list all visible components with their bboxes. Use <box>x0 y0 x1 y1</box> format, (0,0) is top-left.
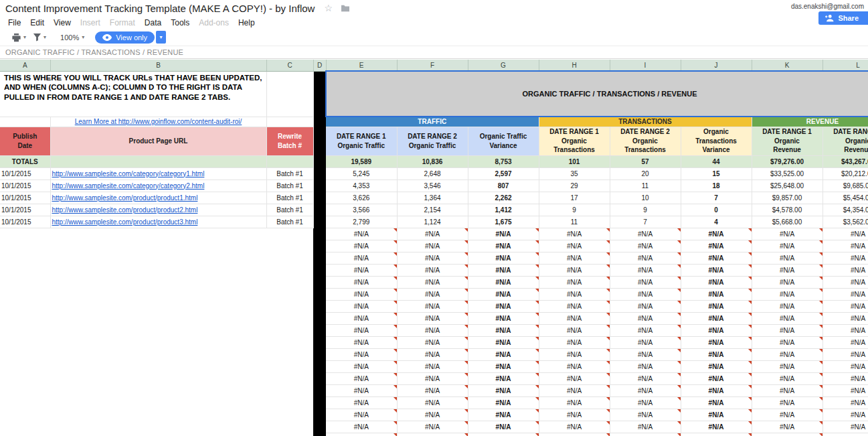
column-header-k[interactable]: K <box>752 60 822 71</box>
na-error-cell[interactable]: #N/A <box>326 421 397 433</box>
column-header-j[interactable]: J <box>681 60 752 71</box>
empty-cell[interactable] <box>50 433 266 436</box>
black-divider-column[interactable] <box>313 204 326 216</box>
na-error-cell[interactable]: #N/A <box>539 421 610 433</box>
black-divider-column[interactable] <box>313 360 326 372</box>
black-divider-column[interactable] <box>313 433 326 436</box>
na-error-cell[interactable]: #N/A <box>752 384 822 396</box>
na-error-cell[interactable]: #N/A <box>681 312 752 324</box>
empty-cell[interactable] <box>266 433 313 436</box>
empty-cell[interactable] <box>50 252 266 264</box>
metric-value-cell[interactable]: 7 <box>610 216 681 228</box>
section-banner-cell[interactable]: ORGANIC TRAFFIC / TRANSACTIONS / REVENUE <box>326 71 868 117</box>
column-header-a[interactable]: A <box>0 60 50 71</box>
learn-more-cell[interactable]: Learn More at http://www.goinflow.com/co… <box>50 117 266 127</box>
na-error-cell[interactable]: #N/A <box>397 433 468 436</box>
menu-view[interactable]: View <box>49 17 76 28</box>
empty-cell[interactable] <box>266 324 313 336</box>
column-header-g[interactable]: G <box>468 60 539 71</box>
intro-note-cell[interactable]: THIS IS WHERE YOU WILL TRACK URLs THAT H… <box>0 71 266 117</box>
column-header-l[interactable]: L <box>822 60 868 71</box>
na-error-cell[interactable]: #N/A <box>539 396 610 409</box>
dr1-transactions-header[interactable]: DATE RANGE 1 Organic Transactions <box>539 127 610 155</box>
na-error-cell[interactable]: #N/A <box>822 252 868 264</box>
metric-value-cell[interactable]: $3,562.00 <box>822 216 868 228</box>
na-error-cell[interactable]: #N/A <box>539 372 610 384</box>
na-error-cell[interactable]: #N/A <box>610 409 681 421</box>
black-divider-column[interactable] <box>313 372 326 384</box>
empty-cell[interactable] <box>266 384 313 396</box>
na-error-cell[interactable]: #N/A <box>326 396 397 409</box>
na-error-cell[interactable]: #N/A <box>326 252 397 264</box>
column-header-e[interactable]: E <box>326 60 397 71</box>
empty-cell[interactable] <box>50 288 266 300</box>
na-error-cell[interactable]: #N/A <box>539 228 610 240</box>
metric-value-cell[interactable]: 4 <box>681 216 752 228</box>
black-divider-column[interactable] <box>313 240 326 252</box>
na-error-cell[interactable]: #N/A <box>326 312 397 324</box>
na-error-cell[interactable]: #N/A <box>681 228 752 240</box>
black-divider-column[interactable] <box>313 396 326 409</box>
black-divider-column[interactable] <box>313 252 326 264</box>
metric-value-cell[interactable]: $25,648.00 <box>752 179 822 192</box>
empty-cell[interactable] <box>50 312 266 324</box>
transactions-variance-header[interactable]: Organic Transactions Variance <box>681 127 752 155</box>
batch-cell[interactable]: Batch #1 <box>266 216 313 228</box>
na-error-cell[interactable]: #N/A <box>610 360 681 372</box>
na-error-cell[interactable]: #N/A <box>539 336 610 348</box>
na-error-cell[interactable]: #N/A <box>752 336 822 348</box>
metric-value-cell[interactable]: 17 <box>539 192 610 204</box>
na-error-cell[interactable]: #N/A <box>326 384 397 396</box>
metric-value-cell[interactable]: 2,597 <box>468 167 539 179</box>
na-error-cell[interactable]: #N/A <box>610 324 681 336</box>
black-divider-column[interactable] <box>313 155 326 167</box>
metric-value-cell[interactable]: 15 <box>681 167 752 179</box>
na-error-cell[interactable]: #N/A <box>468 312 539 324</box>
na-error-cell[interactable]: #N/A <box>326 348 397 360</box>
black-divider-column[interactable] <box>313 336 326 348</box>
na-error-cell[interactable]: #N/A <box>468 300 539 312</box>
na-error-cell[interactable]: #N/A <box>681 384 752 396</box>
empty-cell[interactable] <box>266 336 313 348</box>
na-error-cell[interactable]: #N/A <box>752 252 822 264</box>
na-error-cell[interactable]: #N/A <box>539 288 610 300</box>
na-error-cell[interactable]: #N/A <box>468 240 539 252</box>
totals-value-cell[interactable]: 44 <box>681 155 752 167</box>
na-error-cell[interactable]: #N/A <box>681 252 752 264</box>
metric-value-cell[interactable]: $9,685.00 <box>822 179 868 192</box>
na-error-cell[interactable]: #N/A <box>468 288 539 300</box>
na-error-cell[interactable]: #N/A <box>822 276 868 288</box>
empty-cell[interactable] <box>266 240 313 252</box>
transactions-band-header[interactable]: TRANSACTIONS <box>539 117 752 127</box>
black-divider-column[interactable] <box>313 192 326 204</box>
na-error-cell[interactable]: #N/A <box>326 240 397 252</box>
metric-value-cell[interactable]: 10 <box>610 192 681 204</box>
empty-cell[interactable] <box>50 384 266 396</box>
na-error-cell[interactable]: #N/A <box>468 372 539 384</box>
na-error-cell[interactable]: #N/A <box>326 336 397 348</box>
na-error-cell[interactable]: #N/A <box>539 433 610 436</box>
na-error-cell[interactable]: #N/A <box>397 288 468 300</box>
empty-cell[interactable] <box>266 348 313 360</box>
totals-value-cell[interactable]: 10,836 <box>397 155 468 167</box>
dr1-traffic-header[interactable]: DATE RANGE 1 Organic Traffic <box>326 127 397 155</box>
metric-value-cell[interactable]: $9,857.00 <box>752 192 822 204</box>
na-error-cell[interactable]: #N/A <box>610 396 681 409</box>
na-error-cell[interactable]: #N/A <box>468 409 539 421</box>
view-only-dropdown[interactable]: ▾ <box>156 31 166 44</box>
metric-value-cell[interactable]: 1,675 <box>468 216 539 228</box>
share-button[interactable]: Share <box>818 11 868 25</box>
empty-cell[interactable] <box>0 348 50 360</box>
metric-value-cell[interactable]: 2,154 <box>397 204 468 216</box>
menu-tools[interactable]: Tools <box>166 17 194 28</box>
product-url-link[interactable]: http://www.samplesite.com/category/categ… <box>52 170 205 177</box>
dr2-transactions-header[interactable]: DATE RANGE 2 Organic Transactions <box>610 127 681 155</box>
na-error-cell[interactable]: #N/A <box>326 409 397 421</box>
na-error-cell[interactable]: #N/A <box>752 324 822 336</box>
na-error-cell[interactable]: #N/A <box>326 288 397 300</box>
na-error-cell[interactable]: #N/A <box>539 324 610 336</box>
empty-cell[interactable] <box>50 336 266 348</box>
na-error-cell[interactable]: #N/A <box>468 421 539 433</box>
move-to-folder-icon[interactable] <box>341 4 350 12</box>
na-error-cell[interactable]: #N/A <box>822 300 868 312</box>
